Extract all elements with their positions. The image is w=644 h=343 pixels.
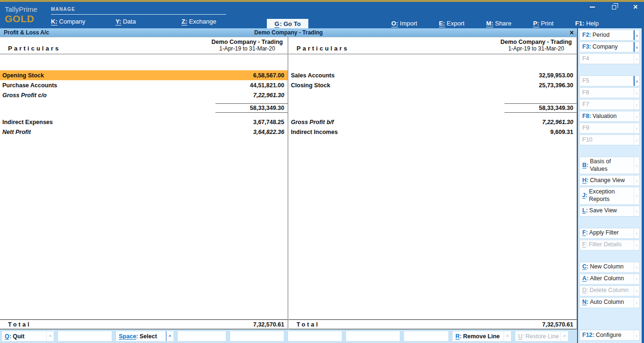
chevron-left-icon[interactable]: ‹ [634, 76, 639, 86]
bottom-bar-button[interactable]: : ^ [346, 331, 400, 342]
chevron-left-icon[interactable]: ‹ [634, 286, 639, 296]
report-row[interactable] [289, 100, 577, 103]
chevron-left-icon[interactable]: ‹ [634, 30, 639, 40]
bottom-bar-button[interactable]: : ^ [230, 331, 284, 342]
bottom-bar-button[interactable]: : ^ [404, 331, 449, 342]
chevron-left-icon[interactable]: ‹ [634, 298, 639, 308]
bottom-bar-button[interactable]: : ^ [58, 331, 112, 342]
row-amount: 58,33,349.30 [215, 103, 288, 113]
bottom-bar-button[interactable]: U:Restore Line ^ [515, 331, 569, 342]
report-row[interactable]: 58,33,349.30 [0, 103, 288, 113]
top-menu-item[interactable]: Y: Data [116, 18, 182, 25]
caret-up-icon[interactable]: ^ [166, 331, 173, 341]
close-button[interactable]: × [632, 4, 639, 10]
chevron-left-icon[interactable]: ‹ [634, 206, 639, 216]
sidebar-button[interactable]: F3:Company ‹ [579, 42, 640, 52]
chevron-left-icon[interactable]: ‹ [634, 240, 639, 250]
report-row[interactable]: 58,33,349.30 [289, 103, 577, 113]
menu-colon: : [396, 20, 398, 27]
sidebar-button[interactable]: F6: ‹ [579, 87, 640, 98]
button-label: Filter Details [589, 241, 621, 249]
chevron-left-icon[interactable]: ‹ [634, 228, 639, 238]
sidebar-button[interactable]: F9: ‹ [579, 123, 640, 134]
report-row[interactable]: Purchase Accounts 44,51,821.00 [0, 80, 288, 90]
bottom-bar-button[interactable]: Q:Quit ^ [1, 331, 54, 342]
chevron-left-icon[interactable]: ‹ [634, 274, 639, 284]
report-row[interactable]: Gross Profit b/f 7,22,961.30 [289, 117, 577, 127]
report-row[interactable]: Opening Stock 6,58,567.00 [0, 70, 288, 80]
chevron-left-icon[interactable]: ‹ [634, 88, 639, 98]
sidebar-button[interactable]: F:Filter Details ‹ [579, 240, 640, 251]
menu-key: O [391, 20, 396, 27]
sidebar-button-text: H:Change View [580, 176, 634, 185]
chevron-left-icon[interactable]: ‹ [634, 123, 639, 133]
chevron-left-icon[interactable]: ‹ [634, 157, 639, 174]
sidebar-button[interactable]: N:Auto Column ‹ [579, 297, 640, 308]
sidebar-button[interactable]: H:Change View ‹ [579, 175, 640, 186]
configure-button[interactable]: F12:Configure ‹ [579, 330, 640, 341]
chevron-left-icon[interactable]: ‹ [634, 176, 639, 185]
goto-button[interactable]: G: Go To [267, 19, 308, 29]
manage-section-label: MANAGE [51, 7, 226, 15]
sidebar-button[interactable]: D:Delete Column ‹ [579, 285, 640, 296]
top-menu-item[interactable]: M: Share [486, 20, 512, 27]
sidebar-button[interactable]: B:Basis of Values ‹ [579, 157, 640, 174]
sidebar-button[interactable]: F4: ‹ [579, 53, 640, 64]
button-label: Auto Column [590, 299, 624, 306]
report-row[interactable]: Nett Profit 3,64,822.36 [0, 127, 288, 137]
sidebar-button[interactable]: F10: ‹ [579, 134, 640, 145]
close-report-icon[interactable]: × [570, 28, 574, 37]
chevron-left-icon[interactable]: ‹ [634, 42, 639, 52]
minimize-button[interactable] [588, 4, 596, 10]
caret-up-icon[interactable]: ^ [504, 331, 511, 341]
menu-label: Print [541, 20, 553, 27]
sidebar-button[interactable]: L:Save View ‹ [579, 206, 640, 217]
top-menu-item[interactable]: E: Export [439, 20, 464, 27]
bottom-bar-button[interactable]: : ^ [288, 331, 342, 342]
top-menu-item[interactable]: F1: Help [575, 20, 599, 27]
app-edition: GOLD [5, 13, 37, 25]
goto-colon: : [280, 20, 283, 27]
caret-up-icon[interactable]: ^ [561, 331, 568, 341]
button-label: Select [140, 333, 157, 340]
button-colon: : [586, 299, 588, 306]
chevron-left-icon[interactable]: ‹ [634, 187, 639, 204]
chevron-left-icon[interactable]: ‹ [634, 262, 639, 272]
sidebar-button[interactable]: F:Apply Filter ‹ [579, 228, 640, 239]
report-row[interactable] [289, 90, 577, 100]
sidebar-button[interactable]: F5: ‹ [579, 75, 640, 86]
row-label: Closing Stock [289, 82, 330, 89]
report-row[interactable]: Indirect Expenses 3,67,748.25 [0, 117, 288, 127]
sidebar-button[interactable]: A:Alter Column ‹ [579, 274, 640, 284]
restore-button[interactable] [610, 4, 618, 10]
top-menu-item[interactable]: Z: Exchange [182, 18, 216, 25]
top-menu-item[interactable]: P: Print [533, 20, 553, 27]
bottom-button-text: R:Remove Line [453, 331, 504, 341]
sidebar-button[interactable]: F8:Valuation ‹ [579, 111, 640, 122]
bottom-bar-button[interactable]: Space:Select ^ [116, 331, 174, 342]
button-key: F9 [582, 125, 589, 132]
chevron-left-icon[interactable]: ‹ [634, 100, 639, 109]
sidebar-button[interactable]: F7: ‹ [579, 99, 640, 110]
report-row[interactable]: Closing Stock 25,73,396.30 [289, 80, 577, 90]
sidebar-button[interactable]: F2:Period ‹ [579, 30, 640, 41]
sidebar-button[interactable]: C:New Column ‹ [579, 262, 640, 273]
bottom-bar-button[interactable]: : ^ [177, 331, 226, 342]
report-row[interactable]: Indirect Incomes 9,609.31 [289, 127, 577, 137]
menu-label: Company [59, 18, 85, 25]
top-menu-item[interactable]: O: Import [391, 20, 417, 27]
sidebar-button[interactable]: J:Exception Reports ‹ [579, 187, 640, 204]
chevron-left-icon[interactable]: ‹ [634, 330, 639, 340]
chevron-left-icon[interactable]: ‹ [634, 111, 639, 121]
report-row[interactable]: Sales Accounts 32,59,953.00 [289, 70, 577, 80]
report-row[interactable] [0, 113, 288, 117]
report-row[interactable] [289, 113, 577, 117]
report-row[interactable]: Gross Profit c/o 7,22,961.30 [0, 90, 288, 100]
caret-up-icon[interactable]: ^ [46, 331, 54, 341]
chevron-left-icon[interactable]: ‹ [634, 135, 639, 145]
total-label: Total [289, 321, 320, 328]
report-row[interactable] [0, 100, 288, 103]
chevron-left-icon[interactable]: ‹ [634, 54, 639, 64]
top-menu-item[interactable]: K: Company [51, 18, 116, 25]
bottom-bar-button[interactable]: R:Remove Line ^ [452, 331, 512, 342]
